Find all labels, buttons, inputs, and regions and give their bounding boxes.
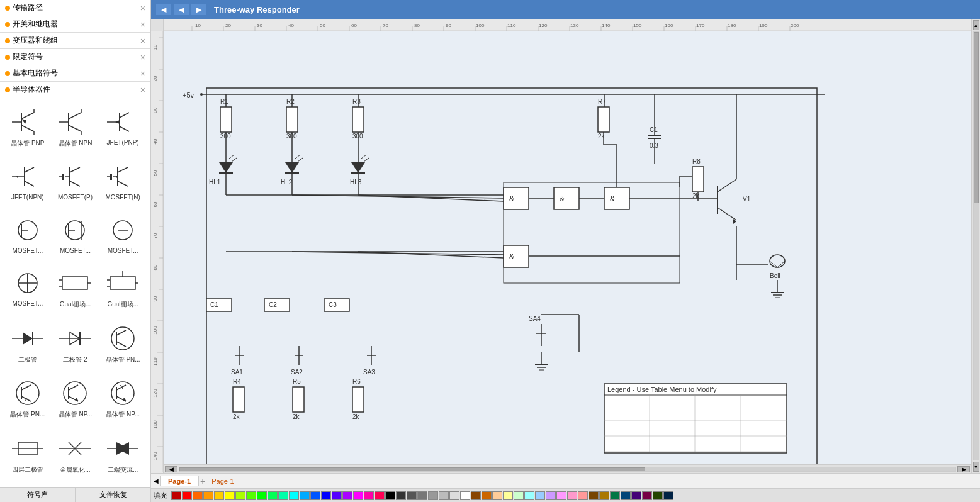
- swatch-7[interactable]: [246, 491, 256, 500]
- swatch-21[interactable]: [396, 491, 406, 500]
- swatch-27[interactable]: [460, 491, 470, 500]
- scroll-down-btn[interactable]: ▼: [973, 462, 979, 472]
- component-pnp[interactable]: 晶体管 PNP: [5, 103, 50, 155]
- scroll-track-v[interactable]: [973, 31, 979, 460]
- swatch-34[interactable]: [535, 491, 545, 500]
- swatch-10[interactable]: [278, 491, 288, 500]
- scroll-left-btn[interactable]: ◀: [165, 466, 177, 472]
- component-mosfet3[interactable]: MOSFET...: [100, 211, 145, 262]
- swatch-25[interactable]: [439, 491, 449, 500]
- swatch-20[interactable]: [385, 491, 395, 500]
- swatch-30[interactable]: [492, 491, 502, 500]
- scroll-track-h[interactable]: [179, 467, 956, 472]
- scroll-thumb-v[interactable]: [974, 32, 979, 203]
- component-diode1[interactable]: 二极管: [5, 320, 50, 372]
- swatch-2[interactable]: [193, 491, 203, 500]
- swatch-45[interactable]: [653, 491, 663, 500]
- swatch-5[interactable]: [225, 491, 235, 500]
- svg-text:190: 190: [759, 23, 768, 28]
- swatch-29[interactable]: [482, 491, 492, 500]
- component-np1[interactable]: 晶体管 NP...: [53, 374, 98, 427]
- swatch-17[interactable]: [353, 491, 363, 500]
- swatch-18[interactable]: [364, 491, 374, 500]
- swatch-28[interactable]: [471, 491, 481, 500]
- swatch-39[interactable]: [589, 491, 599, 500]
- sidebar-category-transmission[interactable]: 传输路径 ×: [0, 0, 150, 16]
- close-icon[interactable]: ×: [140, 69, 145, 79]
- add-page-btn[interactable]: +: [200, 476, 205, 486]
- swatch-14[interactable]: [321, 491, 331, 500]
- swatch-37[interactable]: [567, 491, 577, 500]
- swatch-42[interactable]: [621, 491, 631, 500]
- scroll-up-btn[interactable]: ▲: [973, 20, 979, 30]
- v-scrollbar[interactable]: ▲ ▼: [971, 19, 980, 473]
- swatch-35[interactable]: [546, 491, 556, 500]
- swatch-11[interactable]: [289, 491, 299, 500]
- swatch-36[interactable]: [556, 491, 566, 500]
- swatch-12[interactable]: [300, 491, 310, 500]
- swatch-4[interactable]: [214, 491, 224, 500]
- component-triac[interactable]: 二端交流...: [100, 430, 145, 482]
- component-mosfet4[interactable]: MOSFET...: [5, 264, 50, 316]
- swatch-15[interactable]: [332, 491, 342, 500]
- swatch-40[interactable]: [599, 491, 609, 500]
- component-np2[interactable]: 晶体管 NP...: [100, 374, 145, 427]
- sidebar-category-switch[interactable]: 开关和继电器 ×: [0, 16, 150, 33]
- scroll-thumb-h[interactable]: [179, 467, 645, 471]
- swatch-19[interactable]: [375, 491, 385, 500]
- nav-next-btn[interactable]: ▶: [191, 4, 206, 15]
- swatch-38[interactable]: [578, 491, 588, 500]
- component-gual1[interactable]: Gual栅场...: [53, 264, 98, 316]
- file-restore-btn[interactable]: 文件恢复: [76, 488, 150, 502]
- page-nav-left[interactable]: ◀: [154, 477, 159, 484]
- swatch-32[interactable]: [514, 491, 524, 500]
- swatch-3[interactable]: [203, 491, 213, 500]
- symbol-library-btn[interactable]: 符号库: [0, 488, 76, 502]
- component-npn[interactable]: 晶体管 NPN: [53, 103, 98, 155]
- close-icon[interactable]: ×: [140, 52, 145, 62]
- component-gual2[interactable]: Gual栅场...: [100, 264, 145, 316]
- component-jfet-pnp[interactable]: JFET(PNP): [100, 103, 145, 155]
- swatch-0[interactable]: [171, 491, 181, 500]
- sidebar-category-semiconductor[interactable]: 半导体器件 ×: [0, 82, 150, 98]
- page-tab-1[interactable]: Page-1: [160, 476, 199, 486]
- swatch-23[interactable]: [417, 491, 427, 500]
- component-diode2[interactable]: 二极管 2: [53, 320, 98, 372]
- schematic-canvas[interactable]: +5v R1 300 R2 300: [164, 31, 971, 464]
- swatch-8[interactable]: [257, 491, 267, 500]
- swatch-26[interactable]: [449, 491, 459, 500]
- scroll-right-btn[interactable]: ▶: [957, 466, 970, 472]
- sidebar-category-limit[interactable]: 限定符号 ×: [0, 49, 150, 65]
- component-mosfet-n[interactable]: MOSFET(N): [100, 158, 145, 208]
- component-pn2[interactable]: 晶体管 PN...: [5, 374, 50, 427]
- component-mosfet-p[interactable]: MOSFET(P): [53, 158, 98, 208]
- nav-back-btn[interactable]: ◀: [156, 4, 171, 15]
- sidebar-category-transformer[interactable]: 变压器和绕组 ×: [0, 33, 150, 49]
- component-mosfet2[interactable]: MOSFET...: [53, 211, 98, 262]
- swatch-9[interactable]: [268, 491, 278, 500]
- close-icon[interactable]: ×: [140, 3, 145, 13]
- h-scrollbar[interactable]: ◀ ▶: [164, 464, 971, 473]
- component-4layer[interactable]: 四层二极管: [5, 430, 50, 482]
- swatch-1[interactable]: [182, 491, 192, 500]
- swatch-41[interactable]: [610, 491, 620, 500]
- component-jfet-npn[interactable]: JFET(NPN): [5, 158, 50, 208]
- sidebar-category-basic[interactable]: 基本电路符号 ×: [0, 65, 150, 82]
- component-pn1[interactable]: 晶体管 PN...: [100, 320, 145, 372]
- swatch-16[interactable]: [342, 491, 352, 500]
- nav-prev-btn[interactable]: ◀: [174, 4, 189, 15]
- close-icon[interactable]: ×: [140, 85, 145, 95]
- swatch-22[interactable]: [407, 491, 417, 500]
- swatch-6[interactable]: [235, 491, 245, 500]
- close-icon[interactable]: ×: [140, 20, 145, 30]
- close-icon[interactable]: ×: [140, 36, 145, 46]
- swatch-44[interactable]: [642, 491, 652, 500]
- swatch-43[interactable]: [631, 491, 641, 500]
- swatch-31[interactable]: [503, 491, 513, 500]
- component-metal-oxide[interactable]: 金属氧化...: [53, 430, 98, 482]
- swatch-24[interactable]: [428, 491, 438, 500]
- component-mosfet1[interactable]: MOSFET...: [5, 211, 50, 262]
- swatch-33[interactable]: [524, 491, 534, 500]
- swatch-13[interactable]: [310, 491, 320, 500]
- swatch-46[interactable]: [663, 491, 673, 500]
